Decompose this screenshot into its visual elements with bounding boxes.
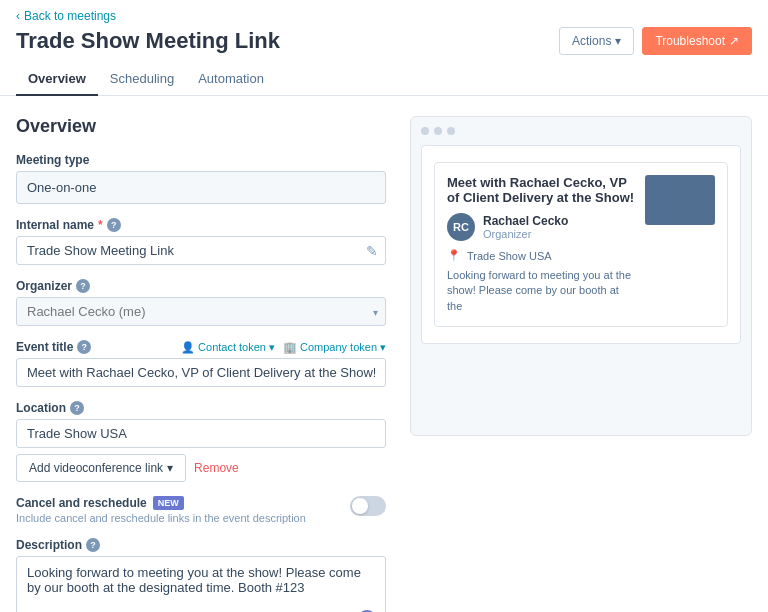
internal-name-input[interactable] (16, 236, 386, 265)
organizer-select-wrapper: ▾ (16, 297, 386, 326)
event-title-group: Event title ? 👤 Contact token ▾ 🏢 Compan… (16, 340, 386, 387)
preview-top-left: Meet with Rachael Cecko, VP of Client De… (447, 175, 637, 314)
page-title: Trade Show Meeting Link (16, 28, 280, 54)
description-wrapper: Looking forward to meeting you at the sh… (16, 556, 386, 612)
troubleshoot-button[interactable]: Troubleshoot ↗ (642, 27, 752, 55)
internal-name-label: Internal name * ? (16, 218, 386, 232)
edit-icon: ✎ (366, 243, 378, 259)
description-group: Description ? Looking forward to meeting… (16, 538, 386, 612)
actions-chevron-icon: ▾ (615, 34, 621, 48)
cancel-reschedule-group: Cancel and reschedule NEW Include cancel… (16, 496, 386, 524)
back-chevron-icon: ‹ (16, 9, 20, 23)
company-token-button[interactable]: 🏢 Company token ▾ (283, 341, 386, 354)
company-token-chevron: ▾ (380, 341, 386, 354)
tabs-bar: Overview Scheduling Automation (0, 63, 768, 96)
contact-token-button[interactable]: 👤 Contact token ▾ (181, 341, 275, 354)
location-input[interactable] (16, 419, 386, 448)
token-buttons: 👤 Contact token ▾ 🏢 Company token ▾ (181, 341, 386, 354)
event-title-info-icon[interactable]: ? (77, 340, 91, 354)
troubleshoot-label: Troubleshoot (655, 34, 725, 48)
video-conf-row: Add videoconference link ▾ Remove (16, 454, 386, 482)
add-videoconference-button[interactable]: Add videoconference link ▾ (16, 454, 186, 482)
back-link-label: Back to meetings (24, 9, 116, 23)
location-info-icon[interactable]: ? (70, 401, 84, 415)
cancel-reschedule-left: Cancel and reschedule NEW Include cancel… (16, 496, 306, 524)
organizer-info: Rachael Cecko Organizer (483, 214, 568, 240)
organizer-name: Rachael Cecko (483, 214, 568, 228)
meeting-type-display: One-on-one (16, 171, 386, 204)
cancel-reschedule-toggle[interactable] (350, 496, 386, 516)
preview-card: Meet with Rachael Cecko, VP of Client De… (434, 162, 728, 327)
overview-section-title: Overview (16, 116, 386, 137)
cancel-reschedule-label: Cancel and reschedule NEW (16, 496, 306, 510)
event-title-label: Event title ? (16, 340, 91, 354)
tab-automation[interactable]: Automation (186, 63, 276, 96)
browser-dot-1 (421, 127, 429, 135)
tab-overview[interactable]: Overview (16, 63, 98, 96)
browser-bar (421, 127, 741, 135)
preview-organizer: RC Rachael Cecko Organizer (447, 213, 637, 241)
browser-dot-2 (434, 127, 442, 135)
internal-name-wrapper: ✎ (16, 236, 386, 265)
preview-top-row: Meet with Rachael Cecko, VP of Client De… (447, 175, 715, 314)
contact-token-icon: 👤 (181, 341, 195, 354)
meeting-type-group: Meeting type One-on-one (16, 153, 386, 204)
required-indicator: * (98, 218, 103, 232)
back-to-meetings-link[interactable]: ‹ Back to meetings (16, 9, 116, 23)
organizer-label: Organizer ? (16, 279, 386, 293)
event-title-header: Event title ? 👤 Contact token ▾ 🏢 Compan… (16, 340, 386, 354)
description-info-icon[interactable]: ? (86, 538, 100, 552)
remove-button[interactable]: Remove (194, 461, 239, 475)
description-textarea[interactable]: Looking forward to meeting you at the sh… (16, 556, 386, 612)
actions-button[interactable]: Actions ▾ (559, 27, 634, 55)
contact-token-chevron: ▾ (269, 341, 275, 354)
preview-image-placeholder (645, 175, 715, 225)
meeting-type-label: Meeting type (16, 153, 386, 167)
internal-name-group: Internal name * ? ✎ (16, 218, 386, 265)
event-title-input[interactable] (16, 358, 386, 387)
tab-scheduling[interactable]: Scheduling (98, 63, 186, 96)
location-pin-icon: 📍 (447, 249, 461, 262)
add-videoconference-label: Add videoconference link (29, 461, 163, 475)
cancel-reschedule-row: Cancel and reschedule NEW Include cancel… (16, 496, 386, 524)
page-header: Trade Show Meeting Link Actions ▾ Troubl… (0, 23, 768, 55)
preview-panel: Meet with Rachael Cecko, VP of Client De… (410, 116, 752, 436)
videoconference-chevron-icon: ▾ (167, 461, 173, 475)
description-label: Description ? (16, 538, 386, 552)
actions-label: Actions (572, 34, 611, 48)
right-panel: Meet with Rachael Cecko, VP of Client De… (410, 116, 752, 612)
external-link-icon: ↗ (729, 34, 739, 48)
organizer-group: Organizer ? ▾ (16, 279, 386, 326)
company-token-icon: 🏢 (283, 341, 297, 354)
location-label: Location ? (16, 401, 386, 415)
internal-name-info-icon[interactable]: ? (107, 218, 121, 232)
organizer-info-icon[interactable]: ? (76, 279, 90, 293)
preview-description: Looking forward to meeting you at the sh… (447, 268, 637, 314)
header-buttons: Actions ▾ Troubleshoot ↗ (559, 27, 752, 55)
cancel-reschedule-desc: Include cancel and reschedule links in t… (16, 512, 306, 524)
toggle-knob (352, 498, 368, 514)
left-panel: Overview Meeting type One-on-one Interna… (16, 116, 386, 612)
preview-meeting-title: Meet with Rachael Cecko, VP of Client De… (447, 175, 637, 205)
browser-dot-3 (447, 127, 455, 135)
organizer-role: Organizer (483, 228, 568, 240)
preview-location: 📍 Trade Show USA (447, 249, 637, 262)
main-content: Overview Meeting type One-on-one Interna… (0, 96, 768, 612)
new-badge: NEW (153, 496, 184, 510)
location-section: Location ? Add videoconference link ▾ Re… (16, 401, 386, 482)
organizer-avatar: RC (447, 213, 475, 241)
organizer-input[interactable] (16, 297, 386, 326)
